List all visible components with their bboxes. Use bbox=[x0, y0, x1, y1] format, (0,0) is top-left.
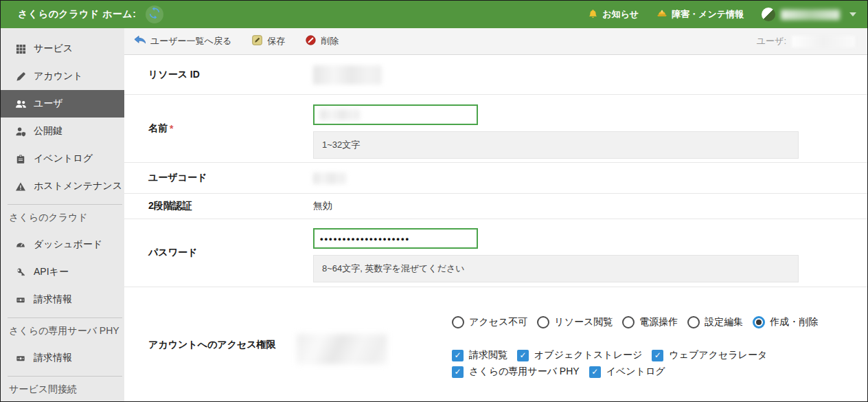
sidebar-item-account[interactable]: アカウント bbox=[1, 63, 124, 90]
back-to-user-list-button[interactable]: ユーザー一覧へ戻る bbox=[134, 35, 231, 47]
toolbar-username-redacted bbox=[792, 36, 855, 47]
checkbox-label: ウェブアクセラレータ bbox=[669, 349, 767, 361]
radio-icon bbox=[622, 316, 635, 328]
name-hint: 1~32文字 bbox=[313, 131, 799, 159]
resource-id-row: リソース ID bbox=[124, 55, 867, 95]
permission-checkboxes: ✓ 請求閲覧 ✓ オブジェクトストレージ ✓ ウェブアクセラレータ bbox=[452, 349, 818, 378]
user-avatar bbox=[762, 8, 775, 21]
bill-icon bbox=[14, 295, 27, 304]
top-header-bar: さくらのクラウド ホーム: お知らせ 障害・メンテ情報 bbox=[1, 1, 867, 28]
permission-controls: アクセス不可 リソース閲覧 電源操作 bbox=[452, 287, 818, 401]
delete-icon bbox=[306, 35, 316, 47]
radio-label: 電源操作 bbox=[639, 316, 678, 328]
radio-settings-edit[interactable]: 設定編集 bbox=[687, 316, 743, 328]
checkbox-checked-icon: ✓ bbox=[652, 350, 663, 361]
announcements-label: お知らせ bbox=[602, 8, 639, 21]
back-arrow-icon bbox=[134, 36, 146, 47]
checkbox-label: さくらの専用サーバ PHY bbox=[469, 366, 580, 378]
helmet-icon bbox=[656, 8, 667, 21]
back-button-label: ユーザー一覧へ戻る bbox=[150, 35, 231, 47]
grid-icon bbox=[14, 44, 27, 54]
sidebar-item-label: ホストメンテナンス bbox=[34, 180, 122, 192]
sidebar-item-label: ユーザ bbox=[34, 98, 63, 110]
radio-create-delete[interactable]: 作成・削除 bbox=[753, 316, 818, 328]
account-name-redacted bbox=[297, 334, 387, 364]
resource-id-label: リソース ID bbox=[124, 55, 313, 94]
name-label: 名前* bbox=[124, 95, 313, 162]
radio-label: 設定編集 bbox=[705, 316, 743, 328]
chevron-down-icon[interactable] bbox=[849, 12, 856, 16]
user-code-row: ユーザコード bbox=[124, 163, 867, 194]
maintenance-info-link[interactable]: 障害・メンテ情報 bbox=[656, 8, 744, 21]
sidebar-item-billing-phy[interactable]: 請求情報 bbox=[1, 344, 124, 372]
sidebar-item-event-log[interactable]: イベントログ bbox=[1, 145, 124, 172]
announcements-link[interactable]: お知らせ bbox=[588, 8, 639, 21]
delete-button[interactable]: 削除 bbox=[306, 35, 339, 47]
two-factor-label: 2段階認証 bbox=[124, 194, 313, 219]
radio-no-access[interactable]: アクセス不可 bbox=[452, 316, 527, 328]
sidebar-item-api-key[interactable]: APIキー bbox=[1, 258, 124, 286]
sidebar-item-dashboard[interactable]: ダッシュボード bbox=[1, 231, 124, 258]
user-shield-icon bbox=[14, 126, 27, 137]
radio-power-operation[interactable]: 電源操作 bbox=[622, 316, 678, 328]
checkbox-label: イベントログ bbox=[606, 366, 665, 378]
sidebar-item-label: イベントログ bbox=[34, 153, 93, 165]
checkbox-checked-icon: ✓ bbox=[452, 350, 464, 361]
key-icon bbox=[14, 267, 27, 278]
name-input[interactable] bbox=[313, 104, 478, 125]
save-pencil-icon bbox=[252, 35, 262, 47]
radio-icon bbox=[537, 316, 549, 328]
header-right-group: お知らせ 障害・メンテ情報 bbox=[588, 8, 867, 21]
bill-icon bbox=[14, 354, 27, 363]
warning-icon bbox=[14, 181, 27, 192]
user-code-value-redacted bbox=[313, 172, 346, 184]
delete-button-label: 削除 bbox=[321, 35, 339, 47]
save-button[interactable]: 保存 bbox=[252, 35, 285, 47]
sidebar-item-label: アカウント bbox=[34, 70, 83, 82]
main-content: ユーザー一覧へ戻る 保存 削除 ユーザ: bbox=[124, 28, 867, 401]
refresh-icon bbox=[149, 8, 160, 21]
checkbox-event-log[interactable]: ✓ イベントログ bbox=[589, 366, 665, 378]
sidebar-section-dedicated-server-phy: さくらの専用サーバ PHY bbox=[1, 318, 124, 344]
name-value-redacted bbox=[320, 109, 360, 120]
sidebar-section-sakura-cloud: さくらのクラウド bbox=[1, 205, 124, 231]
header-username-redacted bbox=[781, 10, 840, 20]
checkbox-checked-icon: ✓ bbox=[517, 350, 529, 361]
gauge-icon bbox=[14, 240, 27, 249]
sidebar-item-billing-cloud[interactable]: 請求情報 bbox=[1, 286, 124, 313]
radio-resource-view[interactable]: リソース閲覧 bbox=[537, 316, 613, 328]
password-masked-value: •••••••••••••••••••• bbox=[320, 234, 410, 244]
sidebar-item-label: 請求情報 bbox=[34, 352, 72, 364]
radio-selected-icon bbox=[753, 316, 765, 328]
checkbox-dedicated-server-phy[interactable]: ✓ さくらの専用サーバ PHY bbox=[452, 366, 580, 378]
sidebar-item-label: APIキー bbox=[34, 266, 69, 278]
radio-label: アクセス不可 bbox=[469, 316, 527, 328]
required-asterisk: * bbox=[170, 123, 173, 134]
toolbar: ユーザー一覧へ戻る 保存 削除 ユーザ: bbox=[124, 28, 867, 55]
password-hint: 8~64文字, 英数字を混ぜてください bbox=[313, 255, 799, 282]
sidebar-item-label: 公開鍵 bbox=[34, 125, 62, 137]
sidebar-item-host-maintenance[interactable]: ホストメンテナンス bbox=[1, 172, 124, 200]
radio-icon bbox=[687, 316, 700, 328]
pen-icon bbox=[14, 71, 27, 82]
name-row: 名前* 1~32文字 bbox=[124, 95, 867, 163]
sidebar-item-services[interactable]: サービス bbox=[1, 35, 124, 63]
refresh-button[interactable] bbox=[146, 5, 163, 23]
resource-id-value-redacted bbox=[313, 65, 382, 85]
name-label-text: 名前 bbox=[148, 122, 168, 135]
toolbar-user-indicator: ユーザ: bbox=[757, 35, 855, 47]
checkbox-web-accelerator[interactable]: ✓ ウェブアクセラレータ bbox=[652, 349, 767, 361]
checkbox-object-storage[interactable]: ✓ オブジェクトストレージ bbox=[517, 349, 642, 361]
two-factor-value: 無効 bbox=[313, 194, 332, 219]
checkbox-checked-icon: ✓ bbox=[452, 366, 464, 378]
permissions-label: アカウントへのアクセス権限 bbox=[124, 287, 313, 401]
password-row: パスワード •••••••••••••••••••• 8~64文字, 英数字を混… bbox=[124, 219, 867, 287]
password-input[interactable]: •••••••••••••••••••• bbox=[313, 228, 478, 249]
sidebar-item-users[interactable]: ユーザ bbox=[1, 90, 124, 118]
sidebar: サービス アカウント ユーザ 公開鍵 イベントログ ホストメンテナンス bbox=[1, 28, 124, 401]
radio-icon bbox=[452, 316, 464, 328]
sidebar-item-public-keys[interactable]: 公開鍵 bbox=[1, 118, 124, 145]
sidebar-section-service-interconnect: サービス間接続 bbox=[1, 377, 124, 401]
toolbar-user-prefix: ユーザ: bbox=[757, 35, 786, 47]
checkbox-billing-view[interactable]: ✓ 請求閲覧 bbox=[452, 349, 507, 361]
